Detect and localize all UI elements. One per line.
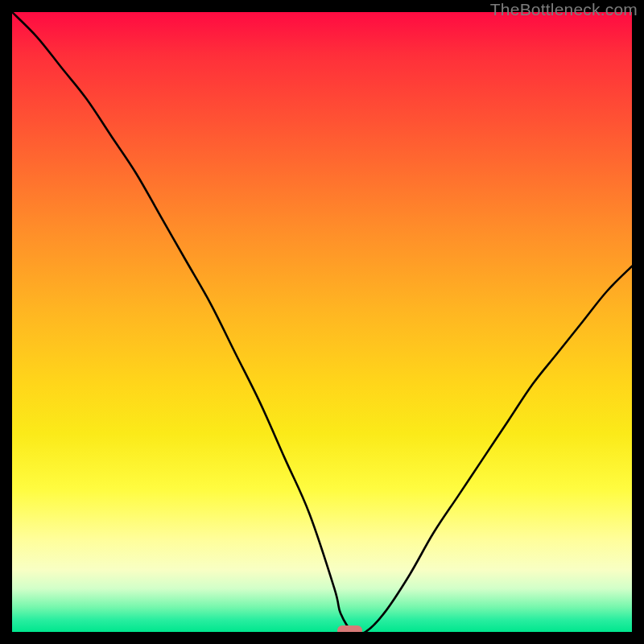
optimal-point-marker <box>337 625 362 632</box>
chart-frame: TheBottleneck.com <box>0 0 644 644</box>
plot-area <box>12 12 632 632</box>
bottleneck-curve <box>12 12 632 632</box>
watermark-text: TheBottleneck.com <box>490 0 638 19</box>
